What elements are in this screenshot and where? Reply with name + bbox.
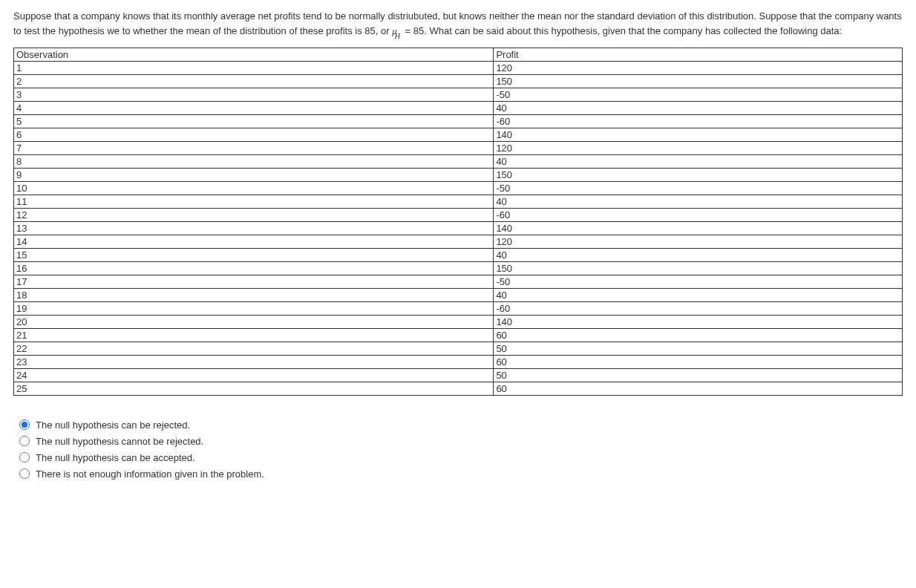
option-row[interactable]: There is not enough information given in…: [19, 466, 903, 482]
table-row: 2250: [14, 342, 903, 356]
cell-profit: -60: [494, 302, 903, 316]
cell-observation: 4: [14, 102, 494, 115]
cell-profit: -50: [494, 182, 903, 195]
cell-observation: 17: [14, 275, 494, 289]
option-radio[interactable]: [19, 419, 30, 430]
cell-observation: 25: [14, 382, 494, 396]
table-row: 9150: [14, 169, 903, 182]
cell-profit: 150: [494, 75, 903, 88]
cell-observation: 5: [14, 115, 494, 128]
cell-profit: 40: [494, 155, 903, 169]
cell-observation: 21: [14, 329, 494, 342]
cell-profit: 120: [494, 142, 903, 155]
option-label: There is not enough information given in…: [36, 468, 264, 480]
table-row: 2450: [14, 369, 903, 382]
question-segment-3: . What can be said about this hypothesis…: [424, 25, 842, 36]
table-row: 3-50: [14, 88, 903, 102]
cell-profit: 60: [494, 382, 903, 396]
cell-profit: 120: [494, 235, 903, 249]
cell-profit: 140: [494, 222, 903, 235]
table-row: 2560: [14, 382, 903, 396]
cell-profit: 40: [494, 289, 903, 302]
option-label: The null hypothesis can be accepted.: [36, 452, 195, 463]
table-row: 2150: [14, 75, 903, 88]
cell-observation: 1: [14, 62, 494, 75]
table-row: 14120: [14, 235, 903, 249]
table-row: 13140: [14, 222, 903, 235]
cell-profit: 120: [494, 62, 903, 75]
cell-observation: 13: [14, 222, 494, 235]
question-segment-2: = 85: [402, 25, 424, 36]
cell-observation: 9: [14, 169, 494, 182]
cell-observation: 18: [14, 289, 494, 302]
table-row: 1840: [14, 289, 903, 302]
cell-observation: 24: [14, 369, 494, 382]
cell-observation: 8: [14, 155, 494, 169]
cell-profit: -50: [494, 88, 903, 102]
option-radio[interactable]: [19, 452, 30, 463]
question-page: Suppose that a company knows that its mo…: [0, 0, 916, 503]
table-row: 10-50: [14, 182, 903, 195]
option-row[interactable]: The null hypothesis cannot be rejected.: [19, 433, 903, 449]
cell-observation: 19: [14, 302, 494, 316]
option-label: The null hypothesis cannot be rejected.: [36, 436, 203, 447]
table-row: 12-60: [14, 209, 903, 222]
table-row: 19-60: [14, 302, 903, 316]
cell-profit: 40: [494, 102, 903, 115]
table-row: 20140: [14, 316, 903, 329]
cell-observation: 7: [14, 142, 494, 155]
cell-observation: 12: [14, 209, 494, 222]
cell-profit: -50: [494, 275, 903, 289]
cell-profit: 150: [494, 169, 903, 182]
table-row: 1540: [14, 249, 903, 262]
cell-observation: 20: [14, 316, 494, 329]
cell-profit: -60: [494, 209, 903, 222]
cell-observation: 14: [14, 235, 494, 249]
cell-profit: 60: [494, 329, 903, 342]
cell-observation: 23: [14, 356, 494, 369]
table-row: 16150: [14, 262, 903, 275]
cell-observation: 15: [14, 249, 494, 262]
table-row: 840: [14, 155, 903, 169]
table-head-row: Observation Profit: [14, 48, 903, 62]
table-row: 440: [14, 102, 903, 115]
cell-profit: 50: [494, 342, 903, 356]
cell-observation: 16: [14, 262, 494, 275]
col-profit: Profit: [494, 48, 903, 62]
table-row: 2360: [14, 356, 903, 369]
option-row[interactable]: The null hypothesis can be accepted.: [19, 449, 903, 466]
mu-subscript: H: [395, 32, 400, 40]
table-row: 5-60: [14, 115, 903, 128]
option-row[interactable]: The null hypothesis can be rejected.: [19, 416, 903, 433]
cell-profit: -60: [494, 115, 903, 128]
cell-profit: 60: [494, 356, 903, 369]
cell-observation: 2: [14, 75, 494, 88]
answer-options: The null hypothesis can be rejected.The …: [19, 416, 903, 482]
cell-observation: 11: [14, 195, 494, 209]
cell-observation: 10: [14, 182, 494, 195]
table-row: 6140: [14, 128, 903, 142]
question-text: Suppose that a company knows that its mo…: [13, 9, 903, 40]
cell-observation: 6: [14, 128, 494, 142]
table-row: 1140: [14, 195, 903, 209]
table-row: 1120: [14, 62, 903, 75]
cell-profit: 50: [494, 369, 903, 382]
cell-profit: 40: [494, 195, 903, 209]
cell-observation: 3: [14, 88, 494, 102]
table-row: 7120: [14, 142, 903, 155]
cell-observation: 22: [14, 342, 494, 356]
table-row: 2160: [14, 329, 903, 342]
col-observation: Observation: [14, 48, 494, 62]
cell-profit: 40: [494, 249, 903, 262]
table-row: 17-50: [14, 275, 903, 289]
data-table: Observation Profit 112021503-504405-6061…: [13, 48, 903, 396]
cell-profit: 140: [494, 316, 903, 329]
option-radio[interactable]: [19, 436, 30, 446]
cell-profit: 140: [494, 128, 903, 142]
option-radio[interactable]: [19, 468, 30, 479]
option-label: The null hypothesis can be rejected.: [36, 419, 190, 431]
cell-profit: 150: [494, 262, 903, 275]
